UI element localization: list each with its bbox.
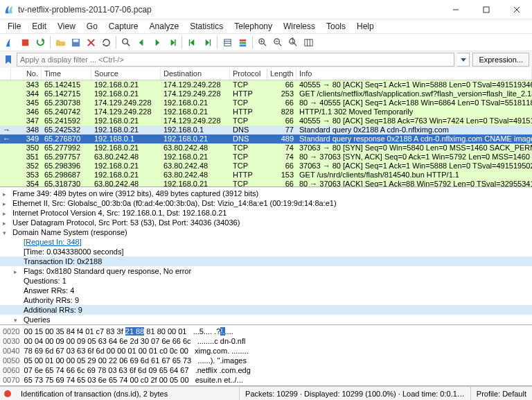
packet-row[interactable]: 35165.29775763.80.242.48192.168.0.21TCP7… [0, 153, 532, 162]
jump-to-icon[interactable] [165, 35, 179, 49]
status-bar: Identification of transaction (dns.id), … [0, 386, 532, 400]
svg-rect-12 [188, 39, 189, 45]
packet-row[interactable]: 35465.31873063.80.242.48192.168.0.21TCP6… [0, 180, 532, 187]
detail-line[interactable]: [Time: 0.034338000 seconds] [0, 247, 532, 256]
svg-rect-4 [21, 39, 28, 45]
zoom-out-icon[interactable] [271, 35, 285, 49]
detail-line[interactable]: ▸User Datagram Protocol, Src Port: 53 (5… [0, 218, 532, 227]
hex-row[interactable]: 0060 07 6e 65 74 66 6c 69 78 03 63 6f 6d… [3, 365, 529, 375]
packet-row[interactable]: 34565.230738174.129.249.228192.168.0.21T… [0, 98, 532, 107]
filter-dropdown-icon[interactable] [457, 53, 470, 67]
packet-row[interactable]: 34365.142415192.168.0.21174.129.249.228T… [0, 80, 532, 89]
detail-line[interactable]: ▸Internet Protocol Version 4, Src: 192.1… [0, 208, 532, 218]
hex-row[interactable]: 0020 00 15 00 35 84 f4 01 c7 83 3f 21 88… [3, 327, 529, 336]
menu-telephony[interactable]: Telephony [229, 20, 277, 33]
colorize-icon[interactable] [236, 35, 249, 49]
detail-line[interactable]: [Request In: 348] [0, 237, 532, 247]
svg-line-25 [278, 43, 281, 46]
packet-row[interactable]: 34665.240742174.129.249.228192.168.0.21H… [0, 107, 532, 116]
open-file-icon[interactable] [53, 35, 67, 49]
detail-line[interactable]: Transaction ID: 0x2188 [0, 256, 532, 266]
packet-details-pane[interactable]: ▸Frame 349: 489 bytes on wire (3912 bits… [0, 187, 532, 325]
packet-bytes-pane[interactable]: 0020 00 15 00 35 84 f4 01 c7 83 3f 21 88… [0, 325, 532, 386]
menu-capture[interactable]: Capture [104, 20, 143, 33]
filter-bookmark-icon[interactable] [3, 54, 14, 65]
close-file-icon[interactable] [84, 35, 98, 49]
app-icon [4, 5, 14, 15]
find-icon[interactable] [119, 35, 133, 49]
close-button[interactable] [502, 0, 532, 19]
svg-text:1: 1 [290, 37, 294, 44]
packet-row[interactable]: →34865.242532192.168.0.21192.168.0.1DNS7… [0, 125, 532, 134]
display-filter-bar: Expression... [0, 51, 532, 68]
main-toolbar: 1 [0, 33, 532, 51]
go-last-icon[interactable] [200, 35, 214, 49]
svg-point-9 [122, 38, 127, 44]
menu-go[interactable]: Go [82, 20, 103, 33]
menu-analyze[interactable]: Analyze [145, 20, 184, 33]
svg-rect-17 [239, 39, 245, 41]
packet-row[interactable]: ←34965.276870192.168.0.1192.168.0.21DNS4… [0, 134, 532, 144]
zoom-in-icon[interactable] [256, 35, 269, 49]
menu-edit[interactable]: Edit [27, 20, 51, 33]
svg-rect-11 [175, 39, 175, 45]
detail-line[interactable]: ▾Queries [0, 315, 532, 324]
go-first-icon[interactable] [185, 35, 199, 49]
expert-info-icon[interactable] [4, 390, 11, 397]
packet-row[interactable]: 35265.298396192.168.0.2163.80.242.48TCP6… [0, 162, 532, 171]
window-titlebar: tv-netflix-problems-2011-07-06.pcap [0, 0, 532, 19]
hex-row[interactable]: 0070 65 73 75 69 74 65 03 6e 65 74 00 c0… [3, 375, 529, 385]
menu-tools[interactable]: Tools [321, 20, 351, 33]
detail-line[interactable]: Answer RRs: 4 [0, 286, 532, 295]
packet-row[interactable]: 35065.277992192.168.0.2163.80.242.48TCP7… [0, 144, 532, 153]
autoscroll-icon[interactable] [220, 35, 234, 49]
menu-wireless[interactable]: Wireless [278, 20, 320, 33]
detail-line[interactable]: ▸Ethernet II, Src: Globalsc_00:3b:0a (f0… [0, 198, 532, 208]
packet-row[interactable]: 34465.142715192.168.0.21174.129.249.228H… [0, 89, 532, 98]
detail-line[interactable]: Authority RRs: 9 [0, 295, 532, 305]
reload-icon[interactable] [99, 35, 113, 49]
packet-list-pane[interactable]: No. Time Source Destination Protocol Len… [0, 68, 532, 187]
svg-rect-6 [73, 39, 78, 42]
packet-row[interactable]: 35365.298687192.168.0.2163.80.242.48HTTP… [0, 171, 532, 180]
maximize-button[interactable] [471, 0, 502, 19]
packet-list-header[interactable]: No. Time Source Destination Protocol Len… [0, 68, 532, 80]
menu-bar: FileEditViewGoCaptureAnalyzeStatisticsTe… [0, 19, 532, 33]
svg-rect-13 [209, 39, 210, 45]
expression-button[interactable]: Expression... [472, 53, 529, 67]
packet-row[interactable]: 34765.241592192.168.0.21174.129.249.228T… [0, 116, 532, 125]
display-filter-input[interactable] [17, 53, 454, 67]
svg-rect-18 [239, 42, 245, 44]
detail-line[interactable]: ▾Domain Name System (response) [0, 227, 532, 237]
status-left: Identification of transaction (dns.id), … [11, 387, 240, 400]
stop-capture-icon[interactable] [18, 35, 32, 49]
menu-file[interactable]: File [3, 20, 26, 33]
go-back-icon[interactable] [134, 35, 148, 49]
svg-line-21 [263, 43, 266, 46]
hex-row[interactable]: 0050 05 00 01 00 00 05 29 00 22 06 69 6d… [3, 356, 529, 365]
resize-columns-icon[interactable] [301, 35, 315, 49]
status-profile[interactable]: Profile: Default [471, 387, 532, 400]
window-title: tv-netflix-problems-2011-07-06.pcap [18, 5, 441, 15]
svg-line-10 [127, 43, 130, 46]
detail-line[interactable]: Additional RRs: 9 [0, 305, 532, 315]
svg-rect-14 [224, 39, 230, 45]
go-forward-icon[interactable] [150, 35, 163, 49]
svg-rect-30 [304, 39, 312, 45]
minimize-button[interactable] [441, 0, 471, 19]
detail-line[interactable]: Questions: 1 [0, 276, 532, 286]
detail-line[interactable]: ▸Frame 349: 489 bytes on wire (3912 bits… [0, 189, 532, 198]
status-packets: Packets: 10299 · Displayed: 10299 (100.0… [240, 387, 471, 400]
menu-view[interactable]: View [53, 20, 80, 33]
menu-statistics[interactable]: Statistics [185, 20, 228, 33]
detail-line[interactable]: ▸Flags: 0x8180 Standard query response, … [0, 266, 532, 276]
menu-help[interactable]: Help [352, 20, 379, 33]
zoom-reset-icon[interactable]: 1 [286, 35, 300, 49]
svg-rect-1 [484, 7, 489, 12]
start-capture-icon[interactable] [3, 35, 17, 49]
save-file-icon[interactable] [69, 35, 82, 49]
svg-rect-19 [239, 44, 245, 46]
hex-row[interactable]: 0030 00 04 00 09 00 09 05 63 64 6e 2d 30… [3, 336, 529, 346]
restart-capture-icon[interactable] [33, 35, 47, 49]
hex-row[interactable]: 0040 78 69 6d 67 03 63 6f 6d 00 00 01 00… [3, 346, 529, 356]
